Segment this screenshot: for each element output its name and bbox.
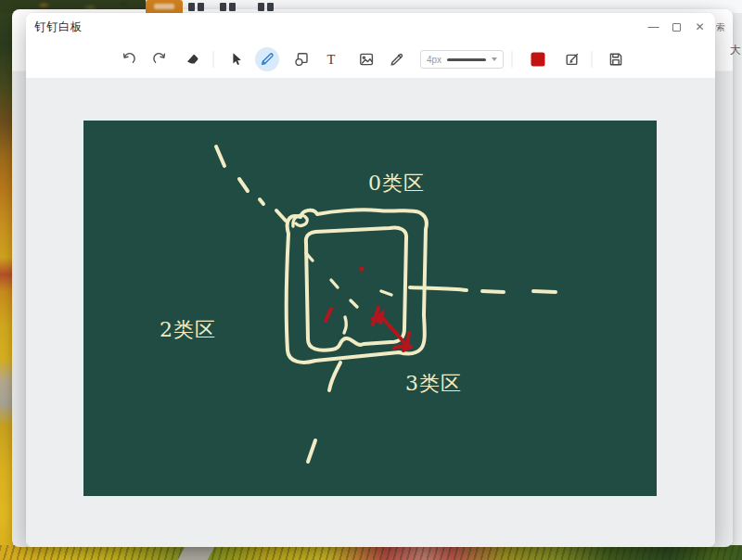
ink-dash bbox=[351, 300, 357, 307]
color-swatch[interactable] bbox=[531, 53, 545, 67]
pen-tool-button[interactable] bbox=[255, 47, 279, 71]
cursor-icon bbox=[228, 51, 245, 68]
whiteboard-window: 钉钉白板 — ✕ bbox=[26, 13, 715, 547]
save-button[interactable] bbox=[604, 47, 628, 71]
save-icon bbox=[608, 51, 624, 68]
ink-dash bbox=[331, 280, 338, 287]
chevron-down-icon bbox=[492, 57, 497, 61]
whiteboard-drawing-surface[interactable]: 0类区 2类区 3类区 bbox=[83, 121, 657, 496]
toolbar-divider bbox=[213, 51, 214, 68]
background-tab-fragment[interactable] bbox=[220, 3, 236, 11]
shape-tool-button[interactable] bbox=[289, 47, 313, 71]
svg-text:T: T bbox=[327, 52, 336, 67]
ink-dash bbox=[276, 210, 286, 221]
edit-note-button[interactable] bbox=[560, 47, 584, 71]
red-dot bbox=[359, 266, 364, 271]
ink-line-right bbox=[410, 287, 467, 290]
red-tick bbox=[326, 309, 331, 321]
window-title: 钉钉白板 bbox=[34, 19, 83, 35]
marker-icon bbox=[389, 51, 405, 68]
ink-dash bbox=[308, 440, 315, 462]
text-tool-button[interactable]: T bbox=[319, 47, 343, 71]
board-label-area0: 0类区 bbox=[368, 172, 425, 195]
edit-note-icon bbox=[564, 51, 581, 68]
stroke-size-dropdown[interactable]: 4px bbox=[420, 50, 504, 69]
toolbar: T 4px bbox=[26, 41, 715, 78]
red-arrow-barb bbox=[394, 346, 407, 348]
wallpaper-left-strip bbox=[0, 0, 13, 560]
toolbar-divider bbox=[592, 51, 593, 68]
redo-icon bbox=[151, 51, 168, 68]
ink-dash bbox=[239, 179, 248, 191]
ink-inner-square bbox=[306, 227, 406, 350]
red-arrow-barb bbox=[407, 333, 409, 346]
window-controls: — ✕ bbox=[642, 13, 711, 41]
pen-icon bbox=[259, 51, 275, 68]
wallpaper-bottom-strip bbox=[0, 545, 742, 560]
eraser-button[interactable] bbox=[181, 47, 205, 71]
ink-curve-below bbox=[329, 363, 340, 390]
select-tool-button[interactable] bbox=[224, 47, 249, 71]
ink-dash bbox=[482, 291, 504, 292]
background-text-fragment: 大 bbox=[730, 43, 742, 58]
undo-button[interactable] bbox=[117, 47, 141, 71]
close-button[interactable]: ✕ bbox=[688, 13, 711, 41]
maximize-icon bbox=[672, 23, 681, 32]
toolbar-divider bbox=[512, 51, 513, 68]
ink-dash bbox=[533, 291, 556, 292]
drawing-layer: 0类区 2类区 3类区 bbox=[83, 121, 657, 496]
stroke-size-label: 4px bbox=[427, 55, 441, 65]
image-icon bbox=[358, 51, 375, 68]
undo-icon bbox=[121, 51, 137, 68]
maximize-button[interactable] bbox=[665, 13, 688, 41]
tab-text-smudge bbox=[154, 4, 174, 9]
ink-dash bbox=[381, 291, 391, 295]
background-text-fragment: 索 bbox=[716, 21, 740, 34]
minimize-button[interactable]: — bbox=[642, 13, 665, 41]
ink-dash bbox=[260, 199, 263, 204]
eraser-icon bbox=[185, 51, 201, 68]
canvas-area: 0类区 2类区 3类区 bbox=[26, 78, 715, 547]
shapes-icon bbox=[293, 51, 310, 68]
stroke-preview-line bbox=[447, 58, 486, 61]
board-label-area2: 2类区 bbox=[160, 318, 216, 341]
image-tool-button[interactable] bbox=[354, 47, 378, 71]
board-label-area3: 3类区 bbox=[405, 372, 462, 395]
background-tab-fragment[interactable] bbox=[258, 3, 274, 11]
background-orange-tab[interactable] bbox=[146, 0, 183, 13]
ink-dash bbox=[344, 317, 346, 333]
background-tab-fragment[interactable] bbox=[188, 3, 204, 11]
titlebar: 钉钉白板 — ✕ bbox=[26, 13, 715, 41]
marker-tool-button[interactable] bbox=[385, 47, 409, 71]
text-icon: T bbox=[323, 51, 339, 68]
ink-dash bbox=[216, 146, 224, 166]
redo-button[interactable] bbox=[147, 47, 172, 71]
